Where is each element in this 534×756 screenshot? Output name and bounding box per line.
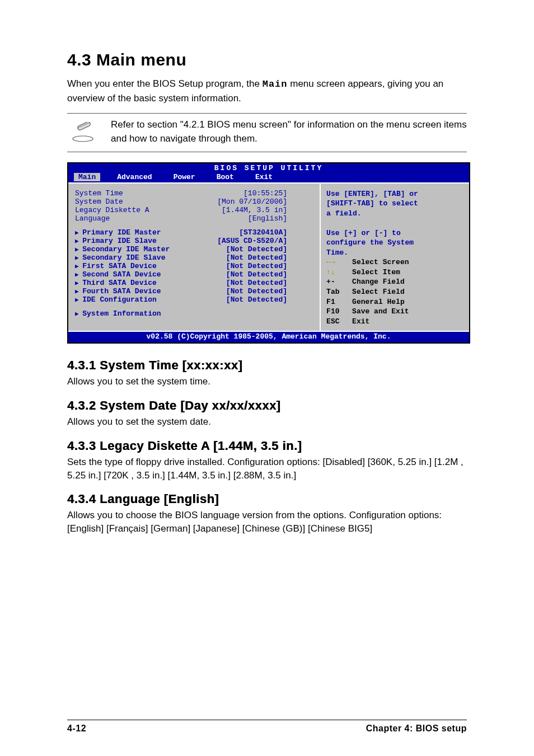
bios-key-desc: Select Field	[352, 287, 405, 297]
bios-help-line: Time.	[326, 248, 463, 258]
bios-setting-label: System Time	[75, 189, 123, 198]
bios-title: BIOS SETUP UTILITY	[68, 163, 469, 173]
bios-tab-main[interactable]: Main	[74, 173, 100, 181]
bios-tab-advanced[interactable]: Advanced	[113, 173, 156, 181]
bios-setting-row[interactable]: System Information	[75, 309, 315, 318]
bios-setting-label: Second SATA Device	[75, 270, 161, 279]
bios-key-row: ↑↓Select Item	[326, 267, 463, 278]
bios-setting-label: Third SATA Device	[75, 279, 157, 287]
bios-help-line: a field.	[326, 209, 463, 219]
subsection-heading: 4.3.3 Legacy Diskette A [1.44M, 3.5 in.]	[67, 439, 467, 453]
bios-setting-value: [Mon 07/10/2006]	[217, 198, 287, 206]
section-heading: 4.3 Main menu	[67, 50, 467, 69]
bios-setting-row[interactable]: Language[English]	[75, 214, 315, 223]
svg-point-0	[73, 136, 93, 142]
bios-setting-value: [Not Detected]	[226, 287, 287, 295]
bios-key-glyph: ←→	[326, 257, 346, 267]
bios-setting-row[interactable]: Primary IDE Master[ST320410A]	[75, 228, 315, 237]
bios-setting-value: [Not Detected]	[226, 295, 287, 304]
bios-help-line: configure the System	[326, 238, 463, 248]
bios-key-glyph: +-	[326, 277, 346, 287]
intro-bold-word: Main	[263, 79, 288, 90]
bios-body: System Time[10:55:25]System Date[Mon 07/…	[68, 182, 469, 332]
bios-setting-label: System Date	[75, 198, 123, 206]
bios-setting-row[interactable]: Fourth SATA Device[Not Detected]	[75, 287, 315, 295]
bios-key-row: ←→Select Screen	[326, 257, 463, 267]
subsection-body: Sets the type of floppy drive installed.…	[67, 456, 467, 482]
bios-key-glyph: ESC	[326, 317, 346, 327]
bios-screenshot: BIOS SETUP UTILITY MainAdvancedPowerBoot…	[67, 162, 470, 344]
bios-key-row: +-Change Field	[326, 277, 463, 287]
bios-copyright: v02.58 (C)Copyright 1985-2005, American …	[68, 332, 469, 342]
bios-setting-label: Legacy Diskette A	[75, 206, 149, 214]
bios-setting-value: [ST320410A]	[239, 228, 287, 237]
bios-key-row: TabSelect Field	[326, 287, 463, 297]
page: 4.3 Main menu When you enter the BIOS Se…	[0, 0, 534, 756]
pencil-note-icon	[71, 122, 95, 142]
bios-help-panel: Use [ENTER], [TAB] or[SHIFT-TAB] to sele…	[321, 184, 469, 331]
bios-key-desc: Exit	[352, 317, 369, 327]
page-number: 4-12	[67, 724, 86, 734]
subsection-heading: 4.3.2 System Date [Day xx/xx/xxxx]	[67, 398, 467, 413]
bios-setting-label: Language	[75, 214, 110, 223]
bios-help-line: Use [+] or [-] to	[326, 228, 463, 238]
subsection-heading: 4.3.4 Language [English]	[67, 492, 467, 506]
bios-setting-value: [English]	[248, 214, 287, 223]
bios-key-glyph: ↑↓	[326, 267, 346, 278]
bios-key-desc: Select Item	[352, 267, 400, 278]
bios-key-glyph: Tab	[326, 287, 346, 297]
bios-key-row: F1General Help	[326, 297, 463, 307]
bios-key-row: F10Save and Exit	[326, 307, 463, 317]
bios-help-line: [SHIFT-TAB] to select	[326, 199, 463, 209]
bios-setting-label: System Information	[75, 309, 161, 318]
bios-setting-row[interactable]: System Time[10:55:25]	[75, 189, 315, 198]
bios-setting-label: Primary IDE Slave	[75, 237, 157, 245]
bios-setting-row[interactable]: Legacy Diskette A[1.44M, 3.5 in]	[75, 206, 315, 214]
bios-setting-label: Secondary IDE Master	[75, 245, 170, 253]
bios-setting-label: Secondary IDE Slave	[75, 253, 165, 262]
bios-tab-power[interactable]: Power	[169, 173, 200, 181]
bios-help-text: Use [ENTER], [TAB] or[SHIFT-TAB] to sele…	[326, 189, 463, 258]
chapter-label: Chapter 4: BIOS setup	[366, 724, 467, 734]
bios-setting-value: [Not Detected]	[226, 245, 287, 253]
bios-settings-panel: System Time[10:55:25]System Date[Mon 07/…	[68, 184, 321, 331]
bios-setting-row[interactable]: Third SATA Device[Not Detected]	[75, 279, 315, 287]
note-callout: Refer to section "4.2.1 BIOS menu screen…	[67, 113, 467, 152]
bios-key-desc: Select Screen	[352, 257, 409, 267]
bios-setting-label: First SATA Device	[75, 262, 157, 270]
subsection-container: 4.3.1 System Time [xx:xx:xx]Allows you t…	[67, 358, 467, 536]
note-text: Refer to section "4.2.1 BIOS menu screen…	[111, 118, 467, 145]
bios-setting-row[interactable]: First SATA Device[Not Detected]	[75, 262, 315, 270]
bios-key-row: ESCExit	[326, 317, 463, 327]
bios-tab-bar: MainAdvancedPowerBootExit	[68, 173, 469, 182]
bios-key-desc: Save and Exit	[352, 307, 409, 317]
bios-key-desc: General Help	[352, 297, 405, 307]
bios-setting-row[interactable]: System Date[Mon 07/10/2006]	[75, 198, 315, 206]
bios-key-desc: Change Field	[352, 277, 405, 287]
bios-key-legend: ←→Select Screen↑↓Select Item+-Change Fie…	[326, 257, 463, 326]
intro-text-before: When you enter the BIOS Setup program, t…	[67, 78, 263, 89]
bios-setting-row[interactable]: IDE Configuration[Not Detected]	[75, 295, 315, 304]
bios-setting-value: [Not Detected]	[226, 262, 287, 270]
bios-tab-exit[interactable]: Exit	[251, 173, 277, 181]
intro-paragraph: When you enter the BIOS Setup program, t…	[67, 77, 467, 105]
bios-setting-value: [ASUS CD-S520/A]	[217, 237, 287, 245]
bios-setting-row[interactable]: Primary IDE Slave[ASUS CD-S520/A]	[75, 237, 315, 245]
subsection-body: Allows you to set the system time.	[67, 375, 467, 388]
bios-setting-label: Primary IDE Master	[75, 228, 161, 237]
bios-setting-value: [Not Detected]	[226, 279, 287, 287]
bios-key-glyph: F10	[326, 307, 346, 317]
svg-rect-1	[77, 122, 91, 131]
bios-setting-row[interactable]: Second SATA Device[Not Detected]	[75, 270, 315, 279]
bios-setting-value: [Not Detected]	[226, 253, 287, 262]
page-footer: 4-12 Chapter 4: BIOS setup	[67, 720, 467, 734]
bios-key-glyph: F1	[326, 297, 346, 307]
bios-help-line	[326, 218, 463, 228]
bios-setting-row[interactable]: Secondary IDE Master[Not Detected]	[75, 245, 315, 253]
subsection-body: Allows you to set the system date.	[67, 415, 467, 429]
bios-setting-row[interactable]: Secondary IDE Slave[Not Detected]	[75, 253, 315, 262]
subsection-heading: 4.3.1 System Time [xx:xx:xx]	[67, 358, 467, 373]
subsection-body: Allows you to choose the BIOS language v…	[67, 509, 467, 536]
bios-setting-value: [Not Detected]	[226, 270, 287, 279]
bios-tab-boot[interactable]: Boot	[212, 173, 238, 181]
